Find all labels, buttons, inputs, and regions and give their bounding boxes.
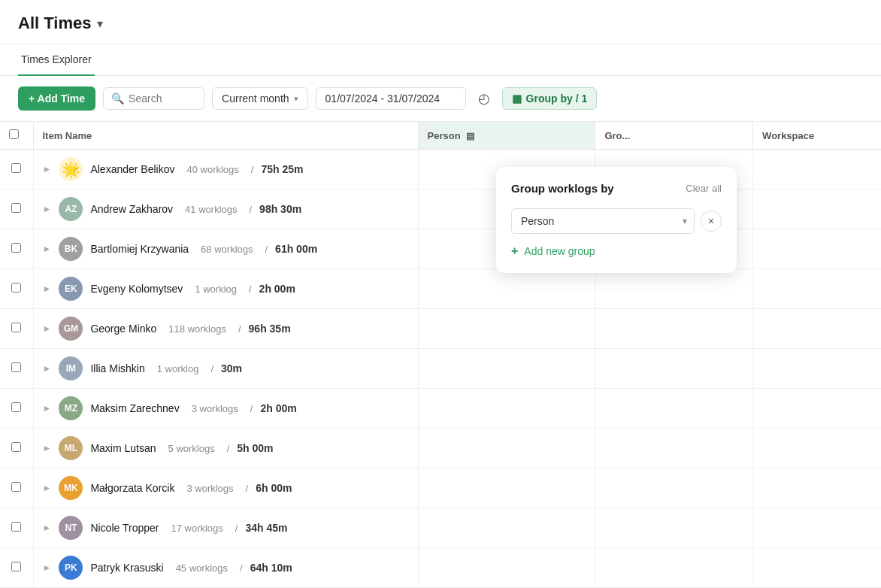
item-name-cell: ► PK Patryk Krasuski 45 worklogs / 64h 1… <box>33 548 418 588</box>
item-name-cell: ► ML Maxim Lutsan 5 worklogs / 5h 00m <box>33 429 418 468</box>
worklog-time: 5h 00m <box>237 442 273 454</box>
table-row: ► MK Małgorzata Korcik 3 worklogs / 6h 0… <box>0 468 881 508</box>
row-checkbox[interactable] <box>11 163 21 173</box>
row-checkbox[interactable] <box>11 482 21 492</box>
workspace-cell <box>753 150 881 189</box>
group-cell <box>595 429 753 468</box>
row-expand-icon[interactable]: ► <box>43 204 52 214</box>
th-checkbox <box>0 122 33 150</box>
workspace-cell <box>753 548 881 588</box>
group-by-label: Group by / 1 <box>526 92 588 105</box>
avatar: PK <box>59 556 83 580</box>
row-checkbox[interactable] <box>11 522 21 532</box>
group-cell <box>595 309 753 349</box>
row-expand-icon[interactable]: ► <box>43 403 52 414</box>
table-row: ► MZ Maksim Zarechnev 3 worklogs / 2h 00… <box>0 389 881 429</box>
popup-remove-group-button[interactable]: × <box>701 211 722 232</box>
row-checkbox[interactable] <box>11 442 21 452</box>
row-checkbox-cell <box>0 429 33 468</box>
table-row: ► IM Illia Mishkin 1 worklog / 30m <box>0 349 881 389</box>
person-cell <box>418 468 595 508</box>
person-name: Alexander Belikov <box>90 163 174 175</box>
table-row: ► AZ Andrew Zakharov 41 worklogs / 98h 3… <box>0 189 881 229</box>
clear-all-button[interactable]: Clear all <box>686 183 722 194</box>
th-workspace: Workspace <box>753 122 881 150</box>
select-all-checkbox[interactable] <box>9 129 19 139</box>
row-expand-icon[interactable]: ► <box>43 483 52 493</box>
table-row: ► GM George Minko 118 worklogs / 96h 35m <box>0 309 881 349</box>
search-icon: 🔍 <box>111 92 124 105</box>
person-name: Małgorzata Korcik <box>90 482 174 494</box>
search-box: 🔍 <box>103 87 204 110</box>
row-expand-icon[interactable]: ► <box>43 523 52 533</box>
row-expand-icon[interactable]: ► <box>43 244 52 254</box>
person-name: Maxim Lutsan <box>90 442 156 454</box>
group-worklogs-popup: Group worklogs by Clear all Person Board… <box>496 167 737 273</box>
item-name-cell: ► IM Illia Mishkin 1 worklog / 30m <box>33 349 418 389</box>
workspace-cell <box>753 389 881 429</box>
group-cell <box>595 468 753 508</box>
popup-group-row: Person Board Group Workspace Date ▾ × <box>511 208 722 234</box>
row-checkbox[interactable] <box>11 243 21 253</box>
item-name-cell: ► BK Bartlomiej Krzywania 68 worklogs / … <box>33 229 418 269</box>
person-name: Illia Mishkin <box>90 362 144 374</box>
row-checkbox-cell <box>0 269 33 309</box>
current-month-chevron-icon: ▾ <box>294 94 298 104</box>
worklog-count: 41 worklogs <box>185 204 237 215</box>
row-expand-icon[interactable]: ► <box>43 164 52 174</box>
popup-select-wrap: Person Board Group Workspace Date ▾ <box>511 208 695 234</box>
row-expand-icon[interactable]: ► <box>43 283 52 294</box>
person-name: Andrew Zakharov <box>90 203 173 215</box>
tab-times-explorer[interactable]: Times Explorer <box>18 44 95 76</box>
row-checkbox-cell <box>0 548 33 588</box>
row-checkbox[interactable] <box>11 402 21 412</box>
avatar: MK <box>59 476 83 500</box>
row-checkbox[interactable] <box>11 283 21 292</box>
plus-icon: + <box>511 244 518 258</box>
table-row: ► PK Patryk Krasuski 45 worklogs / 64h 1… <box>0 548 881 588</box>
avatar: IM <box>59 356 83 380</box>
worklog-time: 98h 30m <box>259 203 301 215</box>
group-cell <box>595 269 753 309</box>
person-name: Patryk Krasuski <box>90 562 163 574</box>
search-input[interactable] <box>129 92 196 105</box>
row-checkbox[interactable] <box>11 323 21 332</box>
worklog-count: 118 worklogs <box>168 323 226 335</box>
person-cell <box>418 269 595 309</box>
avatar: MZ <box>59 396 83 420</box>
avatar: BK <box>59 237 83 261</box>
row-checkbox[interactable] <box>11 562 21 571</box>
worklog-time: 75h 25m <box>261 163 303 175</box>
worklog-time: 61h 00m <box>275 243 317 255</box>
worklog-time: 34h 45m <box>245 522 287 534</box>
current-month-dropdown[interactable]: Current month ▾ <box>212 87 307 110</box>
item-name-cell: ► GM George Minko 118 worklogs / 96h 35m <box>33 309 418 349</box>
row-expand-icon[interactable]: ► <box>43 562 52 573</box>
add-new-group-button[interactable]: + Add new group <box>511 244 722 258</box>
date-range-picker[interactable]: 01/07/2024 - 31/07/2024 <box>316 87 466 110</box>
row-expand-icon[interactable]: ► <box>43 323 52 334</box>
title-chevron-icon[interactable]: ▾ <box>97 17 103 31</box>
row-checkbox-cell <box>0 349 33 389</box>
group-by-select[interactable]: Person Board Group Workspace Date <box>511 208 695 234</box>
workspace-cell <box>753 468 881 508</box>
row-expand-icon[interactable]: ► <box>43 443 52 453</box>
row-checkbox-cell <box>0 309 33 349</box>
person-name: Nicole Tropper <box>90 522 159 534</box>
group-cell <box>595 508 753 548</box>
popup-header: Group worklogs by Clear all <box>511 182 722 195</box>
row-expand-icon[interactable]: ► <box>43 363 52 374</box>
row-checkbox-cell <box>0 468 33 508</box>
worklog-count: 5 worklogs <box>168 443 215 454</box>
filter-button[interactable]: ◴ <box>474 87 495 110</box>
workspace-cell <box>753 508 881 548</box>
add-time-button[interactable]: + Add Time <box>18 86 95 111</box>
th-item-name: Item Name <box>33 122 418 150</box>
row-checkbox[interactable] <box>11 362 21 372</box>
page-header: All Times ▾ <box>0 0 881 44</box>
toolbar: + Add Time 🔍 Current month ▾ 01/07/2024 … <box>0 76 881 122</box>
group-by-button[interactable]: ▦ Group by / 1 <box>502 87 598 110</box>
row-checkbox[interactable] <box>11 203 21 213</box>
avatar: AZ <box>59 197 83 221</box>
worklog-count: 3 worklogs <box>192 403 238 414</box>
